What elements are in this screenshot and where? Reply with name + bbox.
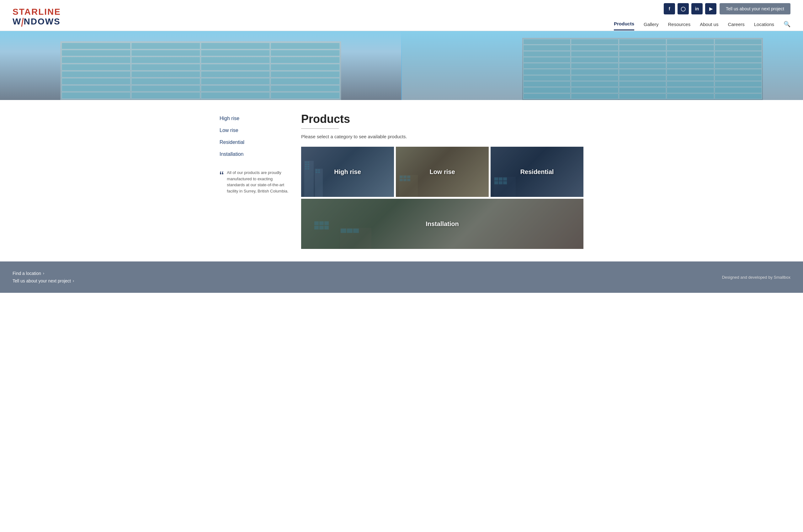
product-card-highrise[interactable]: High rise: [301, 147, 394, 197]
product-card-lowrise[interactable]: Low rise: [396, 147, 489, 197]
building-facade-right: [522, 38, 763, 100]
product-card-residential[interactable]: Residential: [490, 147, 583, 197]
sidebar-quote: “ All of our products are proudly manufa…: [220, 170, 288, 194]
product-card-installation[interactable]: Installation: [301, 199, 583, 249]
instagram-icon[interactable]: ◯: [677, 3, 689, 15]
sidebar-link-installation[interactable]: Installation: [220, 148, 288, 160]
youtube-icon[interactable]: ▶: [705, 3, 716, 15]
page-title: Products: [301, 113, 583, 126]
card-label-lowrise: Low rise: [429, 168, 455, 175]
card-label-highrise: High rise: [334, 168, 361, 175]
sidebar-link-highrise[interactable]: High rise: [220, 113, 288, 125]
title-underline: [301, 128, 339, 129]
sidebar: High rise Low rise Residential Installat…: [220, 113, 288, 249]
product-grid: High rise Low rise: [301, 147, 583, 249]
nav-locations[interactable]: Locations: [754, 22, 774, 30]
main-content: Products Please select a category to see…: [301, 113, 583, 249]
page-description: Please select a category to see availabl…: [301, 134, 583, 139]
header-right: f ◯ in ▶ Tell us about your next project…: [614, 3, 790, 31]
content-wrapper: High rise Low rise Residential Installat…: [213, 113, 590, 249]
cta-button[interactable]: Tell us about your next project: [720, 3, 790, 15]
card-overlay-highrise: High rise: [301, 147, 394, 197]
quote-mark-icon: “: [220, 170, 224, 194]
logo-windows: WNDOWS: [13, 17, 60, 26]
main-nav: Products Gallery Resources About us Care…: [614, 17, 790, 31]
hero-banner: [0, 31, 803, 100]
card-label-installation: Installation: [426, 221, 459, 228]
logo[interactable]: STARLINE WNDOWS: [13, 7, 61, 27]
nav-careers[interactable]: Careers: [728, 22, 744, 30]
nav-products[interactable]: Products: [614, 21, 634, 31]
sidebar-link-residential[interactable]: Residential: [220, 136, 288, 148]
footer-link-location-arrow: ›: [43, 271, 44, 276]
footer-link-project-text: Tell us about your next project: [13, 278, 71, 283]
footer-link-project[interactable]: Tell us about your next project ›: [13, 278, 74, 283]
social-and-cta: f ◯ in ▶ Tell us about your next project: [664, 3, 790, 15]
logo-starline: STARLINE: [13, 7, 61, 17]
nav-about[interactable]: About us: [700, 22, 718, 30]
card-label-residential: Residential: [520, 168, 554, 175]
nav-resources[interactable]: Resources: [668, 22, 691, 30]
card-overlay-lowrise: Low rise: [396, 147, 489, 197]
site-footer: Find a location › Tell us about your nex…: [0, 262, 803, 293]
footer-credit: Designed and developed by Smallbox: [722, 275, 790, 280]
site-header: STARLINE WNDOWS f ◯ in ▶ Tell us about y…: [0, 0, 803, 31]
building-facade-left: [60, 41, 341, 100]
nav-gallery[interactable]: Gallery: [643, 22, 659, 30]
card-overlay-installation: Installation: [301, 199, 583, 249]
hero-building-left: [0, 31, 401, 100]
footer-link-location-text: Find a location: [13, 271, 41, 276]
footer-links: Find a location › Tell us about your nex…: [13, 271, 74, 283]
social-icons: f ◯ in ▶: [664, 3, 716, 15]
card-overlay-residential: Residential: [490, 147, 583, 197]
sidebar-link-lowrise[interactable]: Low rise: [220, 125, 288, 136]
linkedin-icon[interactable]: in: [691, 3, 703, 15]
footer-link-location[interactable]: Find a location ›: [13, 271, 74, 276]
quote-text: All of our products are proudly manufact…: [227, 170, 288, 194]
hero-building-right: [402, 31, 803, 100]
facebook-icon[interactable]: f: [664, 3, 675, 15]
search-icon[interactable]: 🔍: [784, 21, 790, 31]
footer-link-project-arrow: ›: [73, 279, 74, 283]
